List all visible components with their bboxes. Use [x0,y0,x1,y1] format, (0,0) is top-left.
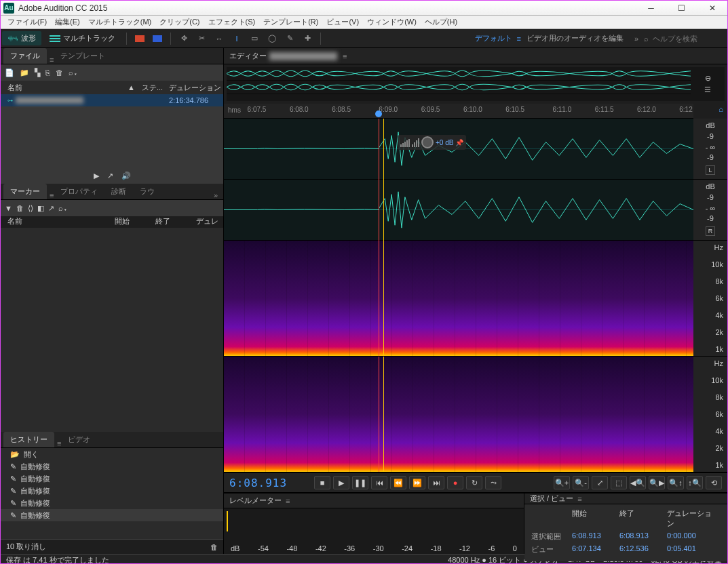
channel-left-label[interactable]: L [706,165,715,175]
tab-loudness[interactable]: ラウ [133,184,161,199]
multitrack-mode-button[interactable]: マルチトラック [44,31,121,45]
mini-play-icon[interactable]: ▶ [94,172,99,180]
menu-template[interactable]: テンプレート(R) [259,17,322,27]
marker-range-icon[interactable]: ⟨⟩ [28,204,33,213]
zoom-in-h-icon[interactable]: 🔍+ [554,476,570,489]
zoom-sel-icon[interactable]: ⬚ [611,476,627,489]
mini-export-icon[interactable]: ↗ [107,172,113,180]
zoom-in-left-icon[interactable]: ◀🔍 [630,476,646,489]
open-file-icon[interactable]: 📄 [5,68,14,77]
slip-tool-icon[interactable]: ↔ [212,33,227,45]
help-search-input[interactable] [653,35,721,43]
time-ruler[interactable]: hms 6:07.5 6:08.0 6:08.5 6:09.0 6:09.5 6… [224,104,693,119]
tab-files[interactable]: ファイル [3,48,47,64]
channel-right-label[interactable]: R [706,226,715,236]
menu-file[interactable]: ファイル(F) [3,17,51,27]
menu-help[interactable]: ヘルプ(H) [421,17,461,27]
zoom-out-v-icon[interactable]: ↕🔍 [687,476,703,489]
tab-properties[interactable]: プロパティ [54,184,104,199]
spectrogram-display[interactable] [224,241,693,472]
tab-video[interactable]: ビデオ [61,432,97,447]
history-item[interactable]: ✎自動修復 [1,509,223,521]
rewind-button[interactable]: ⏪ [390,476,406,489]
home-icon[interactable]: ⌂ [719,105,723,113]
pause-button[interactable]: ❚❚ [352,476,368,489]
workspace-default[interactable]: デフォルト [471,33,516,43]
minimize-button[interactable]: ─ [636,1,666,16]
zoom-out-h-icon[interactable]: 🔍- [573,476,589,489]
stop-button[interactable]: ■ [314,476,330,489]
tab-history[interactable]: ヒストリー [3,432,54,447]
history-trash-icon[interactable]: 🗑 [210,543,218,551]
history-item[interactable]: ✎自動修復 [1,460,223,472]
marker-export-icon[interactable]: ↗ [48,204,54,213]
view-dur[interactable]: 0:05.401 [667,544,714,555]
channels-icon[interactable]: ☰ [704,85,711,94]
history-item[interactable]: ✎自動修復 [1,485,223,497]
menu-edit[interactable]: 編集(E) [51,17,84,27]
menu-effects[interactable]: エフェクト(S) [204,17,260,27]
tab-diagnostics[interactable]: 診断 [104,184,133,199]
menu-window[interactable]: ウィンドウ(W) [363,17,421,27]
move-tool-icon[interactable]: ✥ [176,33,191,45]
lasso-tool-icon[interactable]: ◯ [265,33,280,45]
skip-back-button[interactable]: ⏮ [371,476,387,489]
marquee-tool-icon[interactable]: ▭ [247,33,262,45]
marker-add-icon[interactable]: ▼ [5,204,12,212]
brush-tool-icon[interactable]: ✎ [282,33,297,45]
new-file-icon[interactable]: 📁 [20,68,29,77]
view-end[interactable]: 6:12.536 [619,544,667,555]
volume-knob-icon[interactable] [421,136,434,148]
markers-more-icon[interactable]: » [208,191,223,199]
history-item[interactable]: ✎自動修復 [1,472,223,485]
trash-icon[interactable]: 🗑 [56,68,63,77]
waveform-mode-button[interactable]: 波形 [2,31,41,45]
level-meter[interactable]: dB-54-48-42-36-30-24-18-12-60 [224,508,524,554]
playhead[interactable] [379,119,379,241]
history-item[interactable]: ✎自動修復 [1,497,223,509]
file-row[interactable]: ⊶ 2:16:34.786 [1,94,223,106]
pin-icon[interactable]: 📌 [455,139,463,146]
view-start[interactable]: 6:07.134 [572,544,619,555]
waveform-display[interactable]: +0 dB 📌 [224,119,693,241]
marker-search-icon[interactable]: ⌕▾ [58,204,68,212]
insert-icon[interactable]: ⎘ [45,68,50,77]
workspace-more-icon[interactable]: » [629,35,644,43]
skip-fwd-button[interactable]: ⏭ [428,476,444,489]
skip-sel-button[interactable]: ⤳ [485,476,501,489]
zoom-out-icon[interactable]: ⊖ [705,74,711,83]
timecode[interactable]: 6:08.913 [229,477,287,489]
zoom-in-right-icon[interactable]: 🔍▶ [649,476,665,489]
menu-view[interactable]: ビュー(V) [322,17,363,27]
ffwd-button[interactable]: ⏩ [409,476,425,489]
close-button[interactable]: ✕ [697,1,727,16]
menu-multitrack[interactable]: マルチトラック(M) [84,17,156,27]
playhead-marker-icon[interactable] [375,110,382,117]
search-icon[interactable]: ⌕ [644,35,649,43]
spectral-pitch-icon[interactable] [150,33,165,45]
marker-type-icon[interactable]: ◧ [37,204,44,213]
tab-markers[interactable]: マーカー [3,184,47,199]
sel-start[interactable]: 6:08.913 [572,531,619,542]
loop-button[interactable]: ↻ [466,476,482,489]
mini-speaker-icon[interactable]: 🔊 [121,172,131,180]
volume-hud[interactable]: +0 dB 📌 [398,135,466,150]
zoom-in-v-icon[interactable]: 🔍↕ [668,476,684,489]
sel-dur[interactable]: 0:00.000 [667,531,714,542]
time-select-tool-icon[interactable]: I [229,33,244,45]
marker-trash-icon[interactable]: 🗑 [16,204,24,212]
zoom-full-icon[interactable]: ⤢ [592,476,608,489]
tab-templates[interactable]: テンプレート [54,48,112,64]
maximize-button[interactable]: ☐ [666,1,697,16]
file-search-icon[interactable]: ⌕▾ [69,68,78,77]
menu-clip[interactable]: クリップ(C) [155,17,204,27]
heal-tool-icon[interactable]: ✚ [300,33,315,45]
overview-waveform[interactable]: ⊖ ☰ [227,67,725,101]
workspace-video[interactable]: ビデオ用のオーディオを編集 [521,33,629,43]
import-icon[interactable]: ▚ [35,68,40,77]
play-button[interactable]: ▶ [333,476,349,489]
record-button[interactable]: ● [447,476,463,489]
history-item[interactable]: 📂開く [1,448,223,460]
sel-end[interactable]: 6:08.913 [619,531,667,542]
spectral-freq-icon[interactable] [132,33,147,45]
